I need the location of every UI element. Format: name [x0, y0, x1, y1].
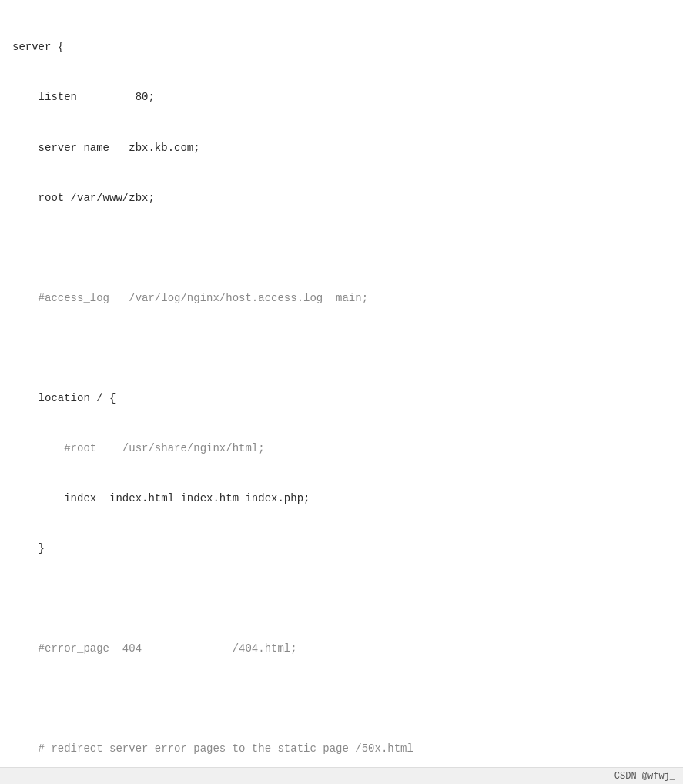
code-line-13: #error_page 404 /404.html; [0, 641, 683, 658]
code-line-15: # redirect server error pages to the sta… [0, 741, 683, 758]
status-text: CSDN @wfwj_ [614, 771, 675, 782]
code-editor[interactable]: server { listen 80; server_name zbx.kb.c… [0, 0, 683, 784]
code-line-2: listen 80; [0, 89, 683, 106]
code-line-14 [0, 691, 683, 708]
code-line-3: server_name zbx.kb.com; [0, 140, 683, 157]
code-line-6: #access_log /var/log/nginx/host.access.l… [0, 290, 683, 307]
code-line-9: #root /usr/share/nginx/html; [0, 441, 683, 457]
code-line-11: } [0, 541, 683, 558]
code-line-4: root /var/www/zbx; [0, 190, 683, 207]
status-bar: CSDN @wfwj_ [0, 767, 683, 784]
code-line-7 [0, 340, 683, 357]
code-line-8: location / { [0, 390, 683, 407]
code-line-12 [0, 591, 683, 608]
code-line-5 [0, 240, 683, 257]
code-line-1: server { [0, 39, 683, 56]
code-line-10: index index.html index.htm index.php; [0, 491, 683, 508]
